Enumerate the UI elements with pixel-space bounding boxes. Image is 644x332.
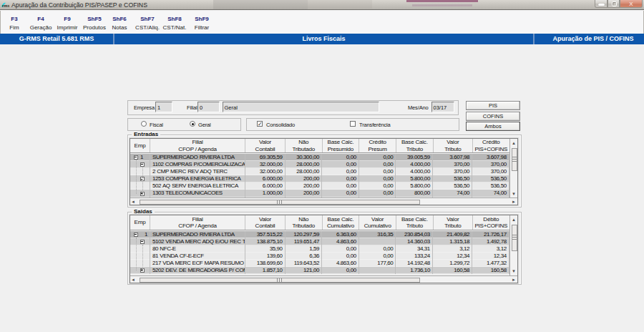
svg-text:rms: rms bbox=[2, 4, 9, 8]
